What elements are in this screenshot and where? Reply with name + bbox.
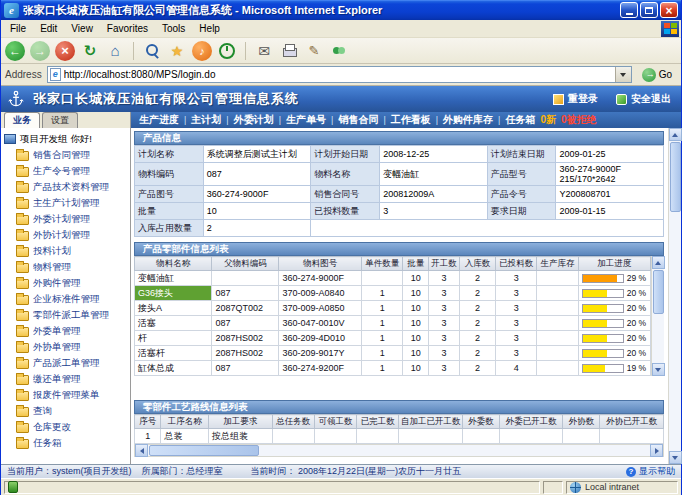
sidebar-item[interactable]: 外购件管理: [4, 275, 130, 291]
menu-item-favorites[interactable]: Favorites: [100, 21, 155, 36]
address-dropdown-button[interactable]: [615, 67, 631, 82]
logout-button[interactable]: 安全退出: [616, 92, 671, 106]
sidebar-item[interactable]: 报废件管理菜单: [4, 387, 130, 403]
route-table-scrollbar[interactable]: [134, 444, 664, 457]
column-header[interactable]: 外协数: [563, 415, 600, 429]
menu-item-help[interactable]: Help: [192, 21, 227, 36]
nav-item[interactable]: 生产进度: [139, 113, 179, 127]
sidebar-item[interactable]: 任务箱: [4, 435, 130, 451]
edit-icon[interactable]: [304, 41, 324, 61]
sidebar-item[interactable]: 外委计划管理: [4, 211, 130, 227]
column-header[interactable]: 已投料数: [496, 257, 537, 271]
parts-table-scrollbar[interactable]: [651, 256, 664, 376]
scroll-right-button[interactable]: [650, 444, 663, 457]
stop-icon[interactable]: [55, 41, 75, 61]
scroll-down-button[interactable]: [669, 451, 682, 464]
nav-item[interactable]: 生产单号: [286, 113, 326, 127]
column-header[interactable]: 自加工已开工数: [399, 415, 462, 429]
nav-item[interactable]: 外委计划: [234, 113, 274, 127]
table-row[interactable]: 杆2087HS002360-209-4D01011032320 %: [135, 331, 651, 346]
sidebar-item[interactable]: 企业标准件管理: [4, 291, 130, 307]
help-link[interactable]: 显示帮助: [626, 465, 675, 478]
content-scrollbar[interactable]: [668, 128, 681, 464]
sidebar-item[interactable]: 外协计划管理: [4, 227, 130, 243]
column-header[interactable]: 序号: [135, 415, 161, 429]
scroll-up-button[interactable]: [669, 128, 682, 141]
column-header[interactable]: 批量: [403, 257, 429, 271]
tab-业务[interactable]: 业务: [4, 112, 40, 128]
minimize-button[interactable]: [620, 2, 638, 18]
sidebar-root[interactable]: 项目开发组 你好!: [4, 131, 130, 147]
sidebar-item[interactable]: 主生产计划管理: [4, 195, 130, 211]
nav-item[interactable]: 外购件库存: [443, 113, 493, 127]
nav-item[interactable]: 任务箱: [505, 113, 535, 127]
column-header[interactable]: 入库数: [460, 257, 496, 271]
media-icon[interactable]: [192, 41, 212, 61]
menu-item-file[interactable]: File: [3, 21, 33, 36]
sidebar-item[interactable]: 产品派工单管理: [4, 355, 130, 371]
column-header[interactable]: 单件数量: [362, 257, 403, 271]
table-row[interactable]: 活塞087360-047-0010V11032320 %: [135, 316, 651, 331]
table-row[interactable]: 1总装按总组装: [135, 429, 664, 444]
scroll-thumb[interactable]: [653, 270, 664, 314]
sidebar-item[interactable]: 外协单管理: [4, 339, 130, 355]
table-row[interactable]: 活塞杆2087HS002360-209-9017Y11032320 %: [135, 346, 651, 361]
table-row[interactable]: G36接头087370-009-A084011032320 %: [135, 286, 651, 301]
sidebar-item[interactable]: 销售合同管理: [4, 147, 130, 163]
table-row[interactable]: 缸体总成087360-274-9200F11032419 %: [135, 361, 651, 376]
column-header[interactable]: 总任务数: [272, 415, 314, 429]
sidebar-item[interactable]: 投料计划: [4, 243, 130, 259]
scroll-up-button[interactable]: [652, 256, 665, 269]
column-header[interactable]: 物料名称: [135, 257, 212, 271]
scroll-down-button[interactable]: [652, 363, 665, 376]
column-header[interactable]: 加工要求: [209, 415, 272, 429]
nav-item[interactable]: 销售合同: [338, 113, 378, 127]
column-header[interactable]: 生产库存: [537, 257, 578, 271]
back-icon[interactable]: [5, 41, 25, 61]
scroll-thumb[interactable]: [149, 445, 259, 456]
column-header[interactable]: 外委已开工数: [499, 415, 562, 429]
go-button[interactable]: Go: [637, 68, 677, 82]
print-icon[interactable]: [279, 41, 299, 61]
column-header[interactable]: 物料图号: [279, 257, 362, 271]
scroll-left-button[interactable]: [135, 444, 148, 457]
maximize-button[interactable]: [640, 2, 658, 18]
column-header[interactable]: 可领工数: [314, 415, 356, 429]
relogin-button[interactable]: 重登录: [553, 92, 598, 106]
sidebar-item[interactable]: 缴还单管理: [4, 371, 130, 387]
column-header[interactable]: 开工数: [429, 257, 460, 271]
menu-item-tools[interactable]: Tools: [155, 21, 192, 36]
menu-item-view[interactable]: View: [64, 21, 100, 36]
sidebar-item[interactable]: 查询: [4, 403, 130, 419]
column-header[interactable]: 外委数: [462, 415, 499, 429]
table-row[interactable]: 变幅油缸360-274-9000F1032329 %: [135, 271, 651, 286]
column-header[interactable]: 加工进度: [578, 257, 650, 271]
sidebar-item[interactable]: 外委单管理: [4, 323, 130, 339]
refresh-icon[interactable]: [80, 41, 100, 61]
close-button[interactable]: [660, 2, 678, 18]
title-bar[interactable]: 张家口长城液压油缸有限公司管理信息系统 - Microsoft Internet…: [1, 0, 681, 20]
address-input[interactable]: http://localhost:8080/MPS/login.do: [47, 66, 632, 83]
nav-item[interactable]: 主计划: [191, 113, 221, 127]
column-header[interactable]: 外协已开工数: [600, 415, 664, 429]
tab-设置[interactable]: 设置: [42, 112, 78, 128]
favorites-icon[interactable]: [167, 41, 187, 61]
sidebar-item[interactable]: 物料管理: [4, 259, 130, 275]
sidebar-item[interactable]: 生产令号管理: [4, 163, 130, 179]
taskbox-rejected-badge[interactable]: 0被拒绝: [561, 113, 597, 127]
sidebar-item[interactable]: 零部件派工单管理: [4, 307, 130, 323]
forward-icon[interactable]: [30, 41, 50, 61]
messenger-icon[interactable]: [329, 41, 349, 61]
column-header[interactable]: 工序名称: [161, 415, 209, 429]
history-icon[interactable]: [217, 41, 237, 61]
sidebar-item[interactable]: 产品技术资料管理: [4, 179, 130, 195]
search-icon[interactable]: [142, 41, 162, 61]
table-row[interactable]: 接头A2087QT002370-009-A085011032320 %: [135, 301, 651, 316]
column-header[interactable]: 已完工数: [357, 415, 399, 429]
sidebar-item[interactable]: 仓库更改: [4, 419, 130, 435]
nav-item[interactable]: 工作看板: [391, 113, 431, 127]
taskbox-new-badge[interactable]: 0新: [540, 113, 556, 127]
home-icon[interactable]: [105, 41, 125, 61]
mail-icon[interactable]: [254, 41, 274, 61]
column-header[interactable]: 父物料编码: [212, 257, 279, 271]
